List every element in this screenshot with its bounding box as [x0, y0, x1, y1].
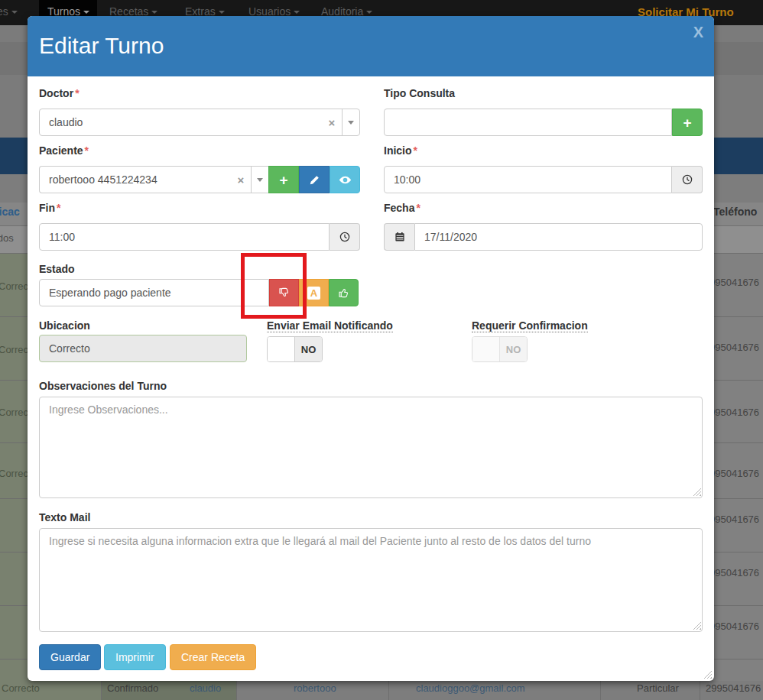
- dropdown-caret-button[interactable]: [252, 178, 268, 182]
- label-text: Doctor: [39, 87, 73, 99]
- paciente-combobox[interactable]: robertooo 4451224234 ×: [39, 166, 268, 193]
- bg-cell-status: Correc: [0, 407, 28, 418]
- fin-group: [39, 223, 360, 251]
- bg-column-header-ubicacion: bicac: [0, 206, 20, 218]
- modal-header: Editar Turno X: [28, 16, 714, 76]
- clear-icon[interactable]: ×: [231, 173, 251, 186]
- thumbs-up-icon: [338, 287, 350, 299]
- required-asterisk: *: [85, 144, 89, 157]
- caret-down-icon: [257, 178, 263, 182]
- guardar-button[interactable]: Guardar: [39, 644, 101, 670]
- fecha-input[interactable]: [414, 223, 703, 251]
- clock-icon: [339, 231, 351, 243]
- observaciones-textarea[interactable]: [39, 397, 703, 498]
- plus-icon: +: [279, 173, 287, 187]
- nav-item-label: es: [0, 5, 8, 18]
- caret-down-icon: [83, 11, 89, 14]
- label-text: Fecha: [384, 202, 414, 214]
- bg-cell-phone: 995041676: [709, 468, 759, 479]
- bg-cell-phone: 995041676: [709, 342, 759, 353]
- bg-cell-status: Correc: [0, 468, 28, 479]
- editar-turno-modal: Editar Turno X Doctor* claudio × Tipo Co…: [28, 16, 714, 681]
- requerir-confirmacion-toggle[interactable]: NO: [472, 336, 528, 362]
- dropdown-caret-button[interactable]: [343, 121, 359, 125]
- texto-mail-textarea[interactable]: [39, 528, 703, 632]
- tipo-consulta-input[interactable]: [384, 109, 672, 136]
- estado-approve-button[interactable]: [329, 279, 359, 306]
- caret-down-icon: [219, 11, 225, 14]
- label-text: Fin: [39, 202, 55, 214]
- estado-label: Estado: [39, 263, 75, 275]
- ubicacion-input: [39, 335, 247, 362]
- bg-bottom-telefono: 2995041676: [706, 682, 761, 694]
- bg-cell-status: Correc: [0, 280, 28, 292]
- edit-paciente-button[interactable]: [299, 166, 330, 193]
- fin-input[interactable]: [39, 223, 330, 251]
- bg-bottom-doctor: claudio: [190, 682, 221, 694]
- bg-bottom-paciente: robertooo: [294, 682, 336, 694]
- required-asterisk: *: [75, 87, 79, 99]
- enviar-email-toggle[interactable]: NO: [267, 336, 323, 362]
- estado-reject-button[interactable]: [269, 279, 299, 306]
- texto-mail-label: Texto Mail: [39, 511, 90, 523]
- time-addon[interactable]: [672, 166, 703, 193]
- doctor-combobox[interactable]: claudio ×: [39, 109, 360, 136]
- inicio-group: [384, 166, 703, 193]
- time-addon[interactable]: [330, 223, 360, 251]
- calendar-icon: [394, 231, 406, 243]
- toggle-knob: [268, 337, 295, 361]
- bg-cell-phone: 995041676: [709, 621, 759, 632]
- bg-filter-select: r todos: [0, 232, 14, 244]
- doctor-value: claudio: [40, 116, 322, 128]
- close-icon[interactable]: X: [693, 24, 703, 41]
- tipo-consulta-label: Tipo Consulta: [384, 87, 455, 99]
- bg-bottom-estado: Confirmado: [107, 682, 158, 694]
- fecha-label: Fecha*: [384, 202, 420, 214]
- bg-bottom-email: claudioggoo@gmail.com: [416, 682, 525, 694]
- required-asterisk: *: [414, 144, 417, 157]
- paciente-group: robertooo 4451224234 × +: [39, 166, 360, 193]
- inicio-label: Inicio*: [384, 144, 417, 157]
- bg-bottom-row: Correcto Confirmado claudio robertooo cl…: [0, 681, 763, 700]
- modal-title: Editar Turno: [39, 33, 164, 59]
- enviar-email-label: Enviar Email Notificando: [267, 319, 393, 332]
- toggle-off-label: NO: [500, 337, 527, 361]
- tipo-consulta-group: +: [384, 109, 703, 136]
- fin-label: Fin*: [39, 202, 60, 214]
- bg-col-divider: [700, 681, 700, 700]
- bg-bottom-consulta: Particular: [637, 682, 679, 694]
- crear-receta-button[interactable]: Crear Receta: [170, 644, 256, 670]
- clock-icon: [681, 173, 693, 186]
- label-text: Inicio: [384, 144, 412, 157]
- caret-down-icon: [11, 11, 18, 14]
- bg-cell-phone: 995041676: [709, 277, 759, 288]
- ubicacion-label: Ubicacion: [39, 319, 90, 332]
- bg-cell-phone: 995041676: [709, 407, 759, 418]
- inicio-input[interactable]: [384, 166, 672, 193]
- screen: bicac Teléfono r todos Correc Correc Cor…: [0, 0, 763, 700]
- modal-resize-grip[interactable]: [703, 670, 712, 679]
- observaciones-label: Observaciones del Turno: [39, 380, 167, 392]
- thumbs-down-icon: [278, 287, 291, 299]
- view-paciente-button[interactable]: [330, 166, 360, 193]
- caret-down-icon: [348, 121, 354, 125]
- bg-bottom-ubicacion: Correcto: [2, 682, 40, 694]
- calendar-addon[interactable]: [384, 223, 414, 251]
- estado-input: [39, 279, 269, 306]
- required-asterisk: *: [416, 202, 420, 214]
- nav-item-pacientes[interactable]: es: [0, 5, 18, 18]
- bg-column-header-telefono: Teléfono: [713, 206, 757, 218]
- clear-icon[interactable]: ×: [322, 116, 342, 129]
- imprimir-button[interactable]: Imprimir: [104, 644, 166, 670]
- caret-down-icon: [151, 11, 157, 14]
- paciente-label: Paciente*: [39, 144, 89, 157]
- paciente-value: robertooo 4451224234: [40, 173, 231, 186]
- pencil-icon: [309, 174, 320, 186]
- requerir-confirmacion-label: Requerir Confirmacion: [472, 319, 588, 332]
- caret-down-icon: [294, 11, 300, 14]
- bg-cell-phone: 995041676: [709, 514, 759, 525]
- add-tipo-consulta-button[interactable]: +: [672, 109, 703, 136]
- font-icon: A: [307, 287, 320, 300]
- estado-font-button[interactable]: A: [299, 279, 329, 306]
- add-paciente-button[interactable]: +: [268, 166, 299, 193]
